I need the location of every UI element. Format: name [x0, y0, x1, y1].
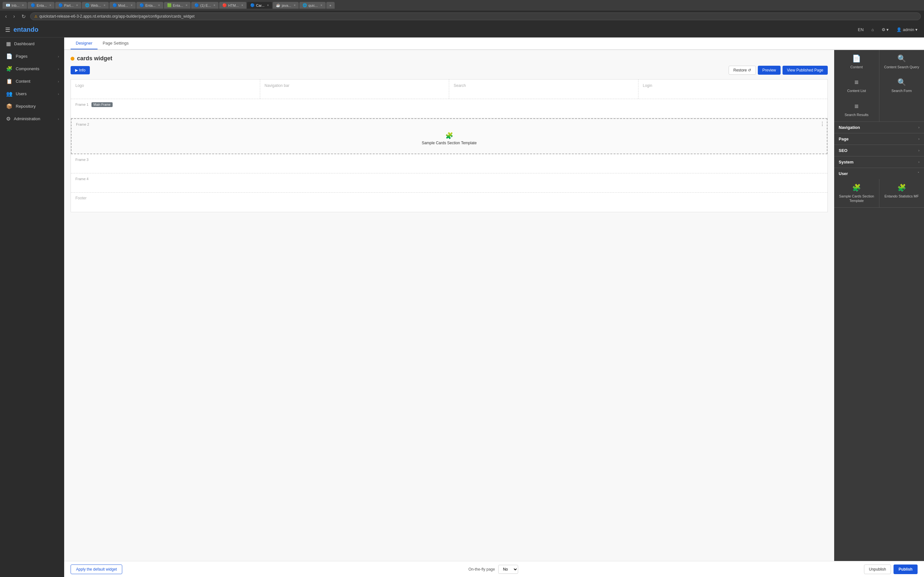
content-widget-icon: 📄 [852, 55, 861, 63]
frame-2-menu[interactable]: ⋮ [820, 121, 825, 127]
layout-header-row: Logo Navigation bar Search Login [71, 79, 827, 99]
navigation-header[interactable]: Navigation › [834, 122, 924, 133]
sidebar-item-content[interactable]: 📋 Content › [0, 75, 64, 87]
tab-8[interactable]: 🔵(1) E...× [191, 2, 218, 9]
preview-button[interactable]: Preview [758, 66, 780, 75]
page-tabs: Designer Page Settings [64, 37, 924, 50]
tab-designer[interactable]: Designer [71, 37, 97, 49]
widget-item-search-results[interactable]: ≡ Search Results [834, 98, 879, 121]
tab-9[interactable]: 🔴HTM...× [219, 2, 246, 9]
sidebar-item-components[interactable]: 🧩 Components › [0, 63, 64, 75]
layout-frame-1: Frame 1 Main Frame [71, 99, 827, 118]
search-results-label: Search Results [845, 113, 869, 117]
tab-page-settings[interactable]: Page Settings [97, 37, 134, 49]
logo: entando [13, 26, 39, 33]
components-icon: 🧩 [6, 66, 13, 72]
forward-button[interactable]: › [11, 13, 17, 20]
user-section-title: User [838, 171, 848, 176]
header-right: EN ⌂ ⚙ ▾ 👤 admin ▾ [857, 26, 919, 33]
repository-icon: 📦 [6, 103, 13, 109]
sidebar-item-dashboard[interactable]: ▦ Dashboard [0, 37, 64, 50]
apply-default-button[interactable]: Apply the default widget [71, 564, 122, 574]
publish-button[interactable]: Publish [893, 564, 918, 574]
page-section-header[interactable]: Page › [834, 133, 924, 145]
sidebar-item-administration[interactable]: ⚙ Administration › [0, 113, 64, 125]
right-panel: 📄 Content 🔍 Content Search Query ≡ Conte… [834, 50, 924, 561]
browser-tab-bar: 📧Inb...× 🔵Enta...× 🔵Part...× 🌐Web...× 🔵M… [3, 2, 921, 9]
widget-item-content[interactable]: 📄 Content [834, 50, 879, 74]
tab-12[interactable]: 🌐quic...× [299, 2, 325, 9]
sample-cards-icon: 🧩 [852, 184, 861, 192]
sidebar-label-pages: Pages [16, 54, 27, 59]
tab-7[interactable]: 🟩Enta...× [164, 2, 191, 9]
toolbar-right: Restore ↺ Preview View Published Page [729, 66, 828, 75]
on-fly-dropdown[interactable]: No Yes [498, 565, 518, 574]
user-section-header[interactable]: User ˅ [834, 168, 924, 179]
layout-frame-2[interactable]: Frame 2 ⋮ 🧩 Sample Cards Section Templat… [71, 118, 827, 154]
widget-grid-search-results: ≡ Search Results [834, 98, 924, 121]
browser-toolbar: ‹ › ↻ ⚠ quickstart-release-e6-3-2.apps.r… [0, 11, 924, 22]
widget-section-user: User ˅ 🧩 Sample Cards Section Template 🧩… [834, 168, 924, 208]
sidebar-item-pages[interactable]: 📄 Pages › [0, 50, 64, 63]
restore-button[interactable]: Restore ↺ [729, 66, 756, 75]
frame-1-badge: Main Frame [91, 102, 112, 107]
tab-2[interactable]: 🔵Enta...× [27, 2, 55, 9]
pages-chevron: › [58, 55, 59, 58]
security-icon: ⚠ [34, 15, 37, 19]
home-icon[interactable]: ⌂ [870, 26, 875, 33]
layout-frame-3: Frame 3 [71, 154, 827, 173]
tab-11[interactable]: ☕java...× [273, 2, 299, 9]
users-icon: 👥 [6, 91, 13, 97]
status-indicator [71, 57, 74, 61]
tab-1[interactable]: 📧Inb...× [3, 2, 27, 9]
back-button[interactable]: ‹ [3, 13, 9, 20]
sidebar: ☰ entando ▦ Dashboard 📄 Pages › 🧩 [0, 22, 64, 577]
address-bar[interactable]: ⚠ quickstart-release-e6-3-2.apps.rd.enta… [30, 13, 921, 20]
search-form-label: Search Form [891, 89, 912, 93]
content-search-query-label: Content Search Query [884, 65, 919, 69]
frame-3-label: Frame 3 [75, 158, 89, 161]
tab-6[interactable]: 🔵Enta...× [136, 2, 163, 9]
widget-item-content-list[interactable]: ≡ Content List [834, 74, 879, 97]
bottom-right: Unpublish Publish [864, 564, 918, 574]
language-selector[interactable]: EN [857, 26, 865, 33]
sidebar-item-repository[interactable]: 📦 Repository [0, 100, 64, 113]
widget-title-row: cards widget [71, 55, 828, 62]
widget-grid-user: 🧩 Sample Cards Section Template 🧩 Entand… [834, 179, 924, 208]
hamburger-menu[interactable]: ☰ [5, 26, 10, 33]
tab-3[interactable]: 🔵Part...× [55, 2, 81, 9]
navigation-title: Navigation [838, 125, 860, 130]
tab-10-cards[interactable]: 🔵Car...× [247, 2, 272, 9]
widget-puzzle-icon: 🧩 [445, 132, 453, 139]
tab-5[interactable]: 🔵Mod...× [110, 2, 136, 9]
widget-item-entando-stats[interactable]: 🧩 Entando Statistics MF [879, 179, 924, 208]
sidebar-item-users[interactable]: 👥 Users › [0, 87, 64, 100]
widget-item-sample-cards[interactable]: 🧩 Sample Cards Section Template [834, 179, 879, 208]
widget-item-placeholder [879, 98, 924, 121]
app-header: EN ⌂ ⚙ ▾ 👤 admin ▾ [64, 22, 924, 37]
system-header[interactable]: System › [834, 156, 924, 168]
user-menu[interactable]: 👤 admin ▾ [895, 26, 919, 33]
sidebar-navigation: ▦ Dashboard 📄 Pages › 🧩 Components › [0, 37, 64, 577]
components-chevron: › [58, 67, 59, 71]
content-search-query-icon: 🔍 [897, 55, 906, 63]
tab-new[interactable]: + [326, 2, 334, 9]
entando-stats-label: Entando Statistics MF [885, 194, 919, 198]
entando-stats-icon: 🧩 [897, 184, 906, 192]
info-button[interactable]: ▶ Info [71, 66, 90, 74]
widget-section-system: System › [834, 156, 924, 168]
widget-grid-content-mid: ≡ Content List 🔍 Search Form [834, 74, 924, 97]
designer-toolbar: ▶ Info Restore ↺ Preview View Published … [71, 66, 828, 75]
user-chevron: ˅ [918, 171, 919, 176]
view-published-button[interactable]: View Published Page [782, 66, 828, 75]
seo-header[interactable]: SEO › [834, 145, 924, 156]
reload-button[interactable]: ↻ [19, 13, 27, 20]
unpublish-button[interactable]: Unpublish [864, 564, 891, 574]
page-section-title: Page [838, 137, 849, 141]
settings-icon[interactable]: ⚙ ▾ [880, 26, 890, 33]
widget-item-search-form[interactable]: 🔍 Search Form [879, 74, 924, 97]
tab-4[interactable]: 🌐Web...× [82, 2, 108, 9]
pages-icon: 📄 [6, 53, 13, 59]
widget-item-content-search-query[interactable]: 🔍 Content Search Query [879, 50, 924, 74]
navigation-chevron: › [918, 125, 919, 129]
